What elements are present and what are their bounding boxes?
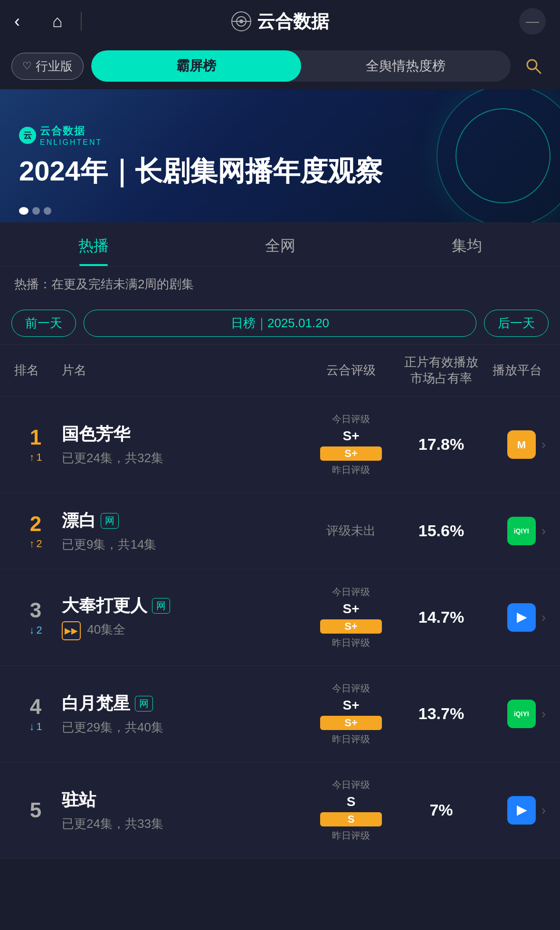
item-title-row-1: 国色芳华	[62, 423, 308, 446]
heart-icon: ♡	[22, 60, 32, 72]
date-display[interactable]: 日榜｜2025.01.20	[84, 310, 476, 337]
market-pct-4: 13.7%	[394, 704, 489, 723]
rank-5: 5	[14, 798, 57, 822]
banner-dots	[19, 207, 51, 215]
nav-bar: ♡ 行业版 霸屏榜 全舆情热度榜	[0, 43, 560, 89]
yesterday-label-5: 昨日评级	[332, 829, 370, 842]
header: ‹ ⌂ 云合数据 —	[0, 0, 560, 43]
rank-4: 4 1	[14, 695, 57, 733]
list-item[interactable]: 3 2 大奉打更人 网 ▶▶ 40集全 今日评级 S+ S+ 昨日评级 14.7…	[0, 569, 560, 666]
banner[interactable]: 云 云合数据 ENLIGHTENT 2024年｜长剧集网播年度观察	[0, 89, 560, 222]
home-button[interactable]: ⌂	[52, 11, 63, 31]
col-rank-header: 排名	[14, 362, 57, 379]
list-item[interactable]: 4 1 白月梵星 网 已更29集，共40集 今日评级 S+ S+ 昨日评级 13…	[0, 666, 560, 762]
banner-dot-3[interactable]	[44, 207, 51, 215]
tab-hot[interactable]: 热播	[0, 222, 187, 266]
tab-avg[interactable]: 集均	[373, 222, 560, 266]
platform-icon-3: ▶	[507, 603, 536, 632]
list-item[interactable]: 5 驻站 已更24集，共33集 今日评级 S S 昨日评级 7% ▶ ›	[0, 762, 560, 859]
logo-icon	[231, 11, 251, 31]
platform-col-5: ▶ ›	[489, 796, 546, 825]
col-platform-header: 播放平台	[489, 362, 546, 379]
chevron-right-icon-2: ›	[541, 523, 546, 539]
arrow-up-icon	[29, 538, 34, 550]
rank-change-val: 1	[36, 451, 42, 464]
col-market-line2: 市场占有率	[394, 370, 489, 387]
banner-logo-circle: 云	[19, 127, 36, 144]
today-label-1: 今日评级	[332, 413, 370, 426]
rating-bar-text-3: S+	[344, 620, 358, 633]
rank-change-2: 2	[14, 538, 57, 550]
item-title-2: 漂白	[62, 509, 96, 532]
banner-dot-2[interactable]	[32, 207, 40, 215]
rank-change-1: 1	[14, 451, 57, 464]
rank-number-text: 4	[14, 695, 57, 719]
rank-change-val: 1	[36, 721, 42, 733]
item-sub-5: 已更24集，共33集	[62, 816, 308, 832]
info-text: 热播：在更及完结未满2周的剧集	[14, 277, 194, 291]
sub-icon-3: ▶▶	[62, 621, 81, 640]
industry-label: 行业版	[36, 58, 73, 75]
header-title: 云合数据	[231, 9, 329, 34]
rating-grade-5: S	[347, 794, 356, 809]
arrow-down-icon	[29, 624, 34, 636]
prev-day-button[interactable]: 前一天	[11, 310, 76, 337]
list-item[interactable]: 1 1 国色芳华 已更24集，共32集 今日评级 S+ S+ 昨日评级 17.8…	[0, 397, 560, 493]
col-rating-header: 云合评级	[308, 362, 394, 379]
list-item[interactable]: 2 2 漂白 网 已更9集，共14集 评级未出 15.6% iQIYI ›	[0, 493, 560, 569]
item-sub-text-3: 40集全	[87, 622, 125, 636]
item-sub-3: ▶▶ 40集全	[62, 621, 308, 640]
next-day-button[interactable]: 后一天	[484, 310, 549, 337]
rating-bar-4: S+	[320, 716, 382, 730]
banner-deco-circle2	[456, 108, 551, 203]
industry-badge[interactable]: ♡ 行业版	[11, 53, 84, 80]
chevron-right-icon-4: ›	[541, 706, 546, 721]
market-pct-3: 14.7%	[394, 608, 489, 626]
rating-grade-1: S+	[342, 428, 359, 444]
today-label-5: 今日评级	[332, 778, 370, 791]
tab-bapin[interactable]: 霸屏榜	[91, 50, 301, 82]
rating-col-5: 今日评级 S S 昨日评级	[308, 778, 394, 842]
item-title-row-3: 大奉打更人 网	[62, 594, 308, 617]
search-icon	[525, 57, 542, 75]
rank-change-4: 1	[14, 721, 57, 733]
search-button[interactable]	[518, 51, 549, 81]
back-button[interactable]: ‹	[14, 11, 20, 31]
rating-bar-text-4: S+	[344, 717, 358, 729]
badge-net-3: 网	[152, 598, 170, 614]
platform-col-2: iQIYI ›	[489, 517, 546, 545]
item-info-4: 白月梵星 网 已更29集，共40集	[57, 692, 308, 736]
rating-col-2: 评级未出	[308, 522, 394, 539]
item-sub-1: 已更24集，共32集	[62, 450, 308, 466]
platform-col-4: iQIYI ›	[489, 700, 546, 728]
chevron-right-icon-3: ›	[541, 610, 546, 625]
menu-button[interactable]: —	[519, 8, 546, 35]
item-info-5: 驻站 已更24集，共33集	[57, 788, 308, 832]
item-title-5: 驻站	[62, 788, 96, 812]
date-nav: 前一天 日榜｜2025.01.20 后一天	[0, 302, 560, 344]
arrow-down-icon	[29, 721, 34, 733]
rating-grade-3: S+	[342, 601, 359, 617]
rating-grade-4: S+	[342, 698, 359, 713]
tab-all[interactable]: 全网	[187, 222, 373, 266]
banner-logo-text: 云合数据 ENLIGHTENT	[40, 124, 102, 147]
rating-bar-text-5: S	[348, 813, 355, 826]
nav-tab-group: 霸屏榜 全舆情热度榜	[91, 50, 511, 82]
rating-bar-text-1: S+	[344, 447, 358, 460]
rating-bar-1: S+	[320, 446, 382, 461]
platform-icon-2: iQIYI	[507, 517, 536, 545]
today-label-3: 今日评级	[332, 586, 370, 598]
rank-number-text: 3	[14, 598, 57, 622]
tab-hotness[interactable]: 全舆情热度榜	[301, 50, 511, 82]
banner-dot-1[interactable]	[19, 207, 28, 215]
item-title-row-4: 白月梵星 网	[62, 692, 308, 715]
arrow-up-icon	[29, 451, 34, 464]
yesterday-label-1: 昨日评级	[332, 464, 370, 476]
table-header: 排名 片名 云合评级 正片有效播放 市场占有率 播放平台	[0, 344, 560, 397]
item-title-row-2: 漂白 网	[62, 509, 308, 532]
platform-col-1: M ›	[489, 430, 546, 459]
badge-net-4: 网	[135, 696, 153, 712]
item-info-3: 大奉打更人 网 ▶▶ 40集全	[57, 594, 308, 640]
rank-number-text: 2	[14, 512, 57, 536]
svg-text:M: M	[517, 439, 526, 451]
